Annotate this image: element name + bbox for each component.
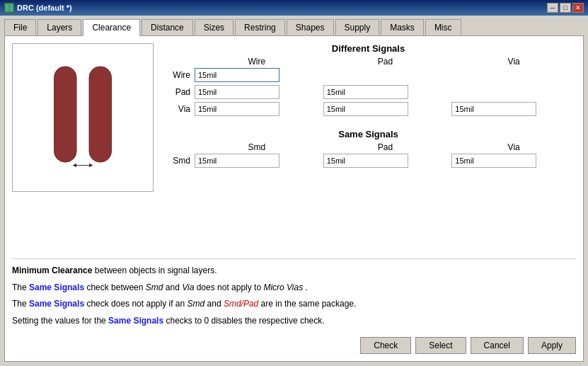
- different-signals-title: Different Signals: [161, 43, 576, 54]
- info-line2-pre: The: [12, 282, 29, 292]
- info-line-2: The Same Signals check between Smd and V…: [12, 280, 576, 294]
- close-button[interactable]: ✕: [572, 3, 584, 13]
- info-minimum-clearance: Minimum Clearance: [12, 265, 92, 275]
- tab-distance[interactable]: Distance: [142, 19, 193, 36]
- right-panel: Different Signals Wire Pad Via Wire: [161, 43, 576, 256]
- info-line3-mid3: are in the same package.: [261, 299, 357, 309]
- info-smd-2: Smd: [188, 299, 205, 309]
- window-body: File Layers Clearance Distance Sizes Res…: [0, 16, 588, 366]
- ss-smd-via-input[interactable]: [451, 154, 536, 168]
- diagram-panel: [12, 43, 154, 192]
- info-line-1: Minimum Clearance between objects in sig…: [12, 263, 576, 278]
- info-section: Minimum Clearance between objects in sig…: [12, 258, 576, 330]
- tab-restring[interactable]: Restring: [235, 19, 285, 36]
- ds-col-via: Via: [451, 57, 576, 67]
- ds-wire-wire-input[interactable]: [195, 68, 279, 82]
- ss-smd-pad-input[interactable]: [323, 154, 408, 168]
- svg-rect-0: [6, 4, 8, 11]
- ss-col-smd: Smd: [195, 142, 319, 152]
- clearance-diagram: [19, 54, 146, 181]
- tab-layers[interactable]: Layers: [38, 19, 81, 36]
- info-line2-mid: check between: [86, 282, 145, 292]
- info-smd-pad: Smd/Pad: [224, 299, 258, 309]
- ds-via-pad-input[interactable]: [323, 102, 408, 116]
- ds-pad-wire-input[interactable]: [195, 85, 279, 99]
- maximize-button[interactable]: □: [560, 3, 571, 13]
- tab-sizes[interactable]: Sizes: [195, 19, 234, 36]
- tab-shapes[interactable]: Shapes: [287, 19, 334, 36]
- info-micro-vias: Micro Vias: [263, 282, 303, 292]
- bottom-bar: Check Select Cancel Apply: [12, 333, 576, 354]
- minimize-button[interactable]: ─: [547, 3, 558, 13]
- app-icon: [4, 3, 14, 13]
- ds-via-label: Via: [161, 104, 190, 114]
- info-smd: Smd: [146, 282, 163, 292]
- svg-rect-3: [89, 67, 112, 162]
- tab-bar: File Layers Clearance Distance Sizes Res…: [4, 18, 584, 35]
- info-line2-mid2: and: [166, 282, 182, 292]
- info-same-signals-3: Same Signals: [108, 316, 163, 326]
- tab-file[interactable]: File: [4, 19, 36, 36]
- title-bar: DRC (default *) ─ □ ✕: [0, 0, 588, 16]
- ss-col-pad: Pad: [323, 142, 448, 152]
- tab-supply[interactable]: Supply: [335, 19, 380, 36]
- ds-via-wire-input[interactable]: [195, 102, 279, 116]
- svg-rect-1: [10, 4, 13, 11]
- info-line-4: Setting the values for the Same Signals …: [12, 314, 576, 328]
- same-signals-title: Same Signals: [161, 129, 576, 139]
- info-same-signals-2: Same Signals: [29, 299, 84, 309]
- ds-wire-label: Wire: [161, 70, 190, 80]
- window-title: DRC (default *): [17, 4, 72, 12]
- svg-rect-2: [54, 67, 77, 162]
- title-bar-buttons: ─ □ ✕: [547, 3, 584, 13]
- ds-col-pad: Pad: [323, 57, 448, 67]
- ss-smd-label: Smd: [161, 156, 190, 166]
- select-button[interactable]: Select: [415, 337, 466, 354]
- info-line1-post: between objects in signal layers.: [95, 265, 217, 275]
- tab-clearance[interactable]: Clearance: [83, 19, 140, 36]
- info-line3-mid: check does not apply if an: [86, 299, 187, 309]
- info-line2-mid3: does not apply to: [197, 282, 264, 292]
- tab-masks[interactable]: Masks: [381, 19, 424, 36]
- info-line-3: The Same Signals check does not apply if…: [12, 297, 576, 311]
- ss-smd-smd-input[interactable]: [195, 154, 279, 168]
- title-bar-text: DRC (default *): [4, 3, 72, 13]
- info-line3-pre: The: [12, 299, 29, 309]
- same-signals-section: Same Signals Smd Pad Via Smd: [161, 129, 576, 171]
- content-area: Different Signals Wire Pad Via Wire: [4, 35, 584, 362]
- info-line3-mid2: and: [207, 299, 224, 309]
- ds-pad-label: Pad: [161, 87, 190, 97]
- cancel-button[interactable]: Cancel: [471, 337, 524, 354]
- info-line2-end: .: [306, 282, 308, 292]
- info-line4-mid: checks to 0 disables the respective chec…: [166, 316, 324, 326]
- check-button[interactable]: Check: [360, 337, 411, 354]
- apply-button[interactable]: Apply: [528, 337, 576, 354]
- info-same-signals-1: Same Signals: [29, 282, 84, 292]
- different-signals-section: Different Signals Wire Pad Via Wire: [161, 43, 576, 119]
- ds-col-wire: Wire: [195, 57, 319, 67]
- info-line4-pre: Setting the values for the: [12, 316, 108, 326]
- main-content: Different Signals Wire Pad Via Wire: [12, 43, 576, 256]
- tab-misc[interactable]: Misc: [425, 19, 461, 36]
- ds-via-via-input[interactable]: [451, 102, 536, 116]
- info-via: Via: [182, 282, 194, 292]
- ds-pad-pad-input[interactable]: [323, 85, 408, 99]
- ss-col-via: Via: [451, 142, 576, 152]
